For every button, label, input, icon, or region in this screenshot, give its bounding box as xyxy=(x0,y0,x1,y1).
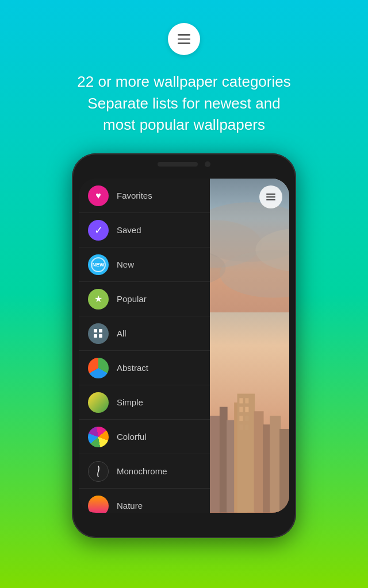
phone-mockup: ♥ Favorites ✓ Saved NEW xyxy=(72,153,296,538)
phone-screen: ♥ Favorites ✓ Saved NEW xyxy=(79,179,289,513)
phone-camera xyxy=(205,161,210,167)
sidebar-item-all[interactable]: All xyxy=(79,316,210,351)
preview-menu-line-3 xyxy=(266,199,275,200)
abstract-label: Abstract xyxy=(117,363,148,373)
new-label: New xyxy=(117,260,134,269)
svg-rect-16 xyxy=(239,407,243,412)
sidebar-item-new[interactable]: NEW New xyxy=(79,247,210,282)
svg-rect-0 xyxy=(94,329,97,332)
menu-line-1 xyxy=(178,34,190,36)
new-badge: NEW xyxy=(91,257,106,272)
abstract-icon xyxy=(88,358,109,378)
grid-svg xyxy=(93,328,103,339)
svg-rect-19 xyxy=(245,416,248,421)
svg-rect-9 xyxy=(210,416,221,513)
phone-speaker xyxy=(158,162,198,167)
monochrome-icon xyxy=(88,461,109,482)
menu-line-2 xyxy=(178,38,190,40)
saved-label: Saved xyxy=(117,225,141,235)
svg-rect-21 xyxy=(245,425,248,430)
colorful-icon xyxy=(88,427,109,447)
svg-rect-1 xyxy=(99,329,102,332)
wallpaper-preview xyxy=(210,179,289,513)
svg-rect-23 xyxy=(263,425,271,513)
saved-icon: ✓ xyxy=(88,220,109,241)
sidebar-item-simple[interactable]: Simple xyxy=(79,385,210,420)
nature-label: Nature xyxy=(117,501,143,510)
sidebar-item-nature[interactable]: Nature xyxy=(79,489,210,513)
sidebar: ♥ Favorites ✓ Saved NEW xyxy=(79,179,210,513)
all-label: All xyxy=(117,328,126,338)
sidebar-item-abstract[interactable]: Abstract xyxy=(79,351,210,385)
phone-top-bar xyxy=(158,161,210,167)
simple-icon xyxy=(88,392,109,413)
colorful-label: Colorful xyxy=(117,432,147,442)
svg-rect-10 xyxy=(220,407,228,513)
sidebar-item-colorful[interactable]: Colorful xyxy=(79,420,210,454)
svg-rect-25 xyxy=(279,429,289,513)
svg-rect-2 xyxy=(94,334,97,338)
monochrome-label: Monochrome xyxy=(117,466,167,476)
menu-line-3 xyxy=(178,42,190,44)
nature-icon xyxy=(88,496,109,513)
city-svg xyxy=(210,245,289,513)
preview-menu-button[interactable] xyxy=(259,185,282,208)
favorites-icon: ♥ xyxy=(88,185,109,206)
svg-rect-20 xyxy=(239,425,243,430)
svg-rect-15 xyxy=(245,399,248,404)
sidebar-item-monochrome[interactable]: Monochrome xyxy=(79,454,210,489)
phone-frame: ♥ Favorites ✓ Saved NEW xyxy=(72,153,296,538)
svg-rect-14 xyxy=(239,399,243,404)
preview-menu-line-2 xyxy=(266,196,275,198)
svg-rect-24 xyxy=(270,416,281,513)
sidebar-item-saved[interactable]: ✓ Saved xyxy=(79,213,210,247)
popular-label: Popular xyxy=(117,294,147,304)
popular-icon: ★ xyxy=(88,289,109,310)
menu-button[interactable] xyxy=(168,23,200,55)
favorites-label: Favorites xyxy=(117,191,152,200)
header-section: 22 or more wallpaper categories Separate… xyxy=(0,0,368,153)
new-icon: NEW xyxy=(88,254,109,275)
preview-menu-line-1 xyxy=(266,194,275,195)
svg-rect-17 xyxy=(245,407,248,412)
svg-rect-22 xyxy=(254,412,264,513)
sidebar-item-favorites[interactable]: ♥ Favorites xyxy=(79,179,210,213)
all-icon xyxy=(88,323,109,344)
simple-label: Simple xyxy=(117,397,143,407)
sidebar-item-popular[interactable]: ★ Popular xyxy=(79,282,210,316)
svg-rect-18 xyxy=(239,416,243,421)
tagline: 22 or more wallpaper categories Separate… xyxy=(54,71,313,136)
svg-rect-3 xyxy=(99,334,102,338)
